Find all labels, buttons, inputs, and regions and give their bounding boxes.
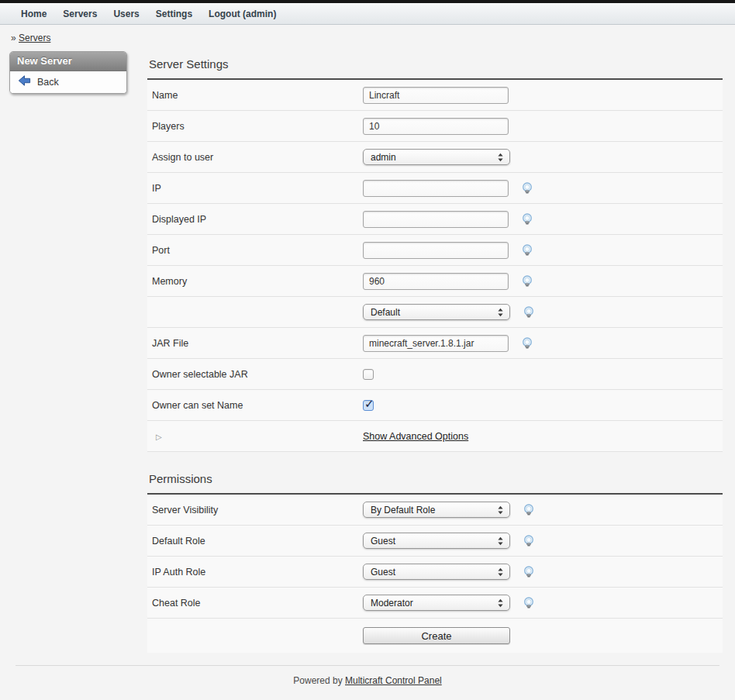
help-lightbulb-icon[interactable] xyxy=(521,244,533,257)
section-gap xyxy=(147,452,723,464)
assign-to-user-select[interactable]: admin xyxy=(363,149,510,165)
help-lightbulb-icon[interactable] xyxy=(521,213,533,226)
section-title: Permissions xyxy=(147,464,723,493)
ip-input[interactable] xyxy=(363,180,509,197)
select-value: Guest xyxy=(371,536,395,547)
help-lightbulb-icon[interactable] xyxy=(521,182,533,195)
form-row: ▷Show Advanced Options xyxy=(147,421,723,452)
nav-item-logout-admin[interactable]: Logout (admin) xyxy=(209,9,276,19)
default-select[interactable]: Default xyxy=(363,304,510,320)
nav-item-servers[interactable]: Servers xyxy=(63,9,97,19)
players-input[interactable] xyxy=(363,118,509,135)
create-button[interactable]: Create xyxy=(363,627,510,644)
field-label: Server Visibility xyxy=(152,505,363,516)
name-input[interactable] xyxy=(363,87,509,104)
field-control: Show Advanced Options xyxy=(363,431,468,442)
help-lightbulb-icon[interactable] xyxy=(523,504,535,516)
field-label: Default Role xyxy=(152,536,363,547)
footer: Powered by Multicraft Control Panel xyxy=(16,665,719,686)
field-control xyxy=(363,211,509,228)
default-role-select[interactable]: Guest xyxy=(363,533,510,549)
form-row: Cheat RoleModerator xyxy=(147,588,723,619)
field-label: Owner can set Name xyxy=(152,400,363,411)
form-row: Displayed IP xyxy=(147,204,723,235)
form-row: Default RoleGuest xyxy=(147,526,723,557)
select-stepper-arrows-icon xyxy=(497,567,504,577)
select-stepper-arrows-icon xyxy=(497,536,504,546)
breadcrumb-link-servers[interactable]: Servers xyxy=(19,33,50,43)
field-control: admin xyxy=(363,149,510,165)
nav-item-users[interactable]: Users xyxy=(113,9,139,19)
field-control xyxy=(363,180,509,197)
form-row: IP xyxy=(147,173,723,204)
select-stepper-arrows-icon xyxy=(497,598,504,608)
nav-item-home[interactable]: Home xyxy=(21,9,47,19)
field-control xyxy=(363,242,509,259)
owner-selectable-jar-checkbox[interactable] xyxy=(363,369,374,380)
select-value: Default xyxy=(371,307,400,318)
help-lightbulb-icon[interactable] xyxy=(523,566,535,578)
footer-link-multicraft[interactable]: Multicraft Control Panel xyxy=(345,675,442,686)
form-row: Owner selectable JAR xyxy=(147,359,723,390)
form-row: Players xyxy=(147,111,723,142)
main-content: Server Settings NamePlayersAssign to use… xyxy=(147,43,723,653)
field-label: Assign to user xyxy=(152,152,363,163)
help-lightbulb-icon[interactable] xyxy=(523,535,535,547)
memory-input[interactable] xyxy=(363,273,509,290)
nav-item-settings[interactable]: Settings xyxy=(156,9,192,19)
select-value: Guest xyxy=(371,567,395,578)
main-nav: HomeServersUsersSettingsLogout (admin) xyxy=(0,3,735,25)
show-advanced-options-link[interactable]: Show Advanced Options xyxy=(363,431,468,442)
back-button[interactable]: Back xyxy=(10,71,126,93)
back-label: Back xyxy=(37,77,59,88)
field-control xyxy=(363,400,374,411)
select-stepper-arrows-icon xyxy=(497,308,504,317)
field-label: Owner selectable JAR xyxy=(152,369,363,380)
disclosure-triangle-icon[interactable]: ▷ xyxy=(152,433,162,441)
select-stepper-arrows-icon xyxy=(497,505,504,515)
field-control xyxy=(363,118,509,135)
field-control: Guest xyxy=(363,533,510,549)
help-lightbulb-icon[interactable] xyxy=(523,597,535,609)
server-visibility-select[interactable]: By Default Role xyxy=(363,502,510,518)
permissions-rows: Server VisibilityBy Default RoleDefault … xyxy=(147,495,723,619)
owner-can-set-name-checkbox[interactable] xyxy=(363,400,374,411)
form-row: Assign to useradmin xyxy=(147,142,723,173)
sidebar-title: New Server xyxy=(10,52,126,71)
form-row: Name xyxy=(147,80,723,111)
select-value: By Default Role xyxy=(371,505,435,516)
help-lightbulb-icon[interactable] xyxy=(521,275,533,288)
field-control xyxy=(363,369,374,380)
form-row: JAR File xyxy=(147,328,723,359)
sidebar: New Server Back xyxy=(9,51,127,94)
help-lightbulb-icon[interactable] xyxy=(521,337,533,350)
field-label: IP xyxy=(152,183,363,194)
section-header: Permissions xyxy=(147,464,723,495)
displayed-ip-input[interactable] xyxy=(363,211,509,228)
ip-auth-role-select[interactable]: Guest xyxy=(363,564,510,580)
cheat-role-select[interactable]: Moderator xyxy=(363,595,510,611)
field-label: Players xyxy=(152,121,363,132)
jar-file-input[interactable] xyxy=(363,335,509,352)
field-control xyxy=(363,335,509,352)
form-row: IP Auth RoleGuest xyxy=(147,557,723,588)
form-row: Port xyxy=(147,235,723,266)
field-label: JAR File xyxy=(152,338,363,349)
field-control xyxy=(363,273,509,290)
back-arrow-icon xyxy=(18,75,31,88)
field-control: Guest xyxy=(363,564,510,580)
select-value: Moderator xyxy=(371,598,413,609)
field-control: Moderator xyxy=(363,595,510,611)
port-input[interactable] xyxy=(363,242,509,259)
field-label: Memory xyxy=(152,276,363,287)
field-label: Port xyxy=(152,245,363,256)
section-header: Server Settings xyxy=(147,50,723,80)
field-label: Name xyxy=(152,90,363,101)
form-row: Server VisibilityBy Default Role xyxy=(147,495,723,526)
help-lightbulb-icon[interactable] xyxy=(523,306,535,319)
server-settings-rows: NamePlayersAssign to useradminIPDisplaye… xyxy=(147,80,723,452)
field-label: Cheat Role xyxy=(152,598,363,609)
field-label: IP Auth Role xyxy=(152,567,363,578)
create-row: Create xyxy=(147,619,723,653)
field-label: ▷ xyxy=(152,431,363,442)
